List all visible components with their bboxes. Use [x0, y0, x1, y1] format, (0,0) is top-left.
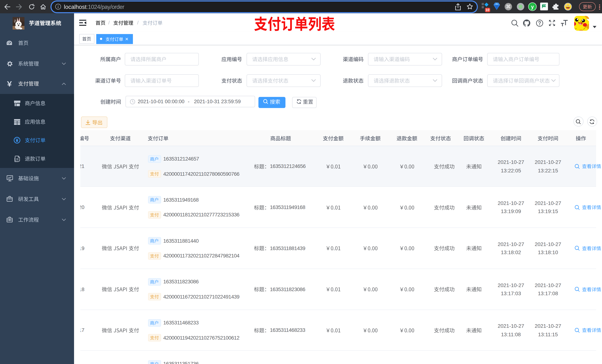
svg-text:y: y [531, 4, 534, 10]
svg-text:⌘: ⌘ [506, 4, 511, 10]
